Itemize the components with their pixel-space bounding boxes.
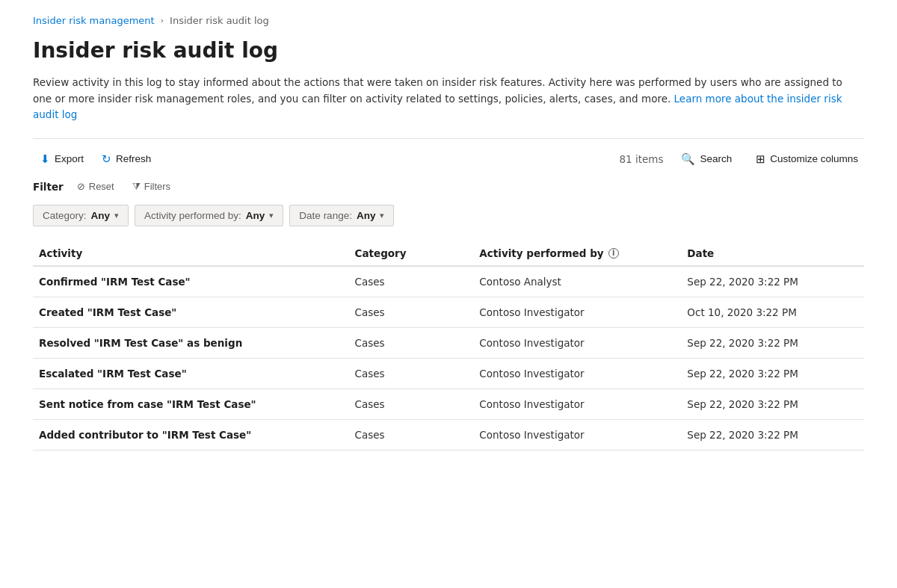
audit-log-table: Activity Category Activity performed by … xyxy=(33,241,864,451)
category-dropdown[interactable]: Category: Any ▾ xyxy=(33,205,129,226)
items-count: 81 items xyxy=(619,153,663,165)
toolbar-left: ⬇ Export ↻ Refresh xyxy=(33,148,158,170)
search-icon: 🔍 xyxy=(681,152,695,166)
th-performer: Activity performed by i xyxy=(473,241,681,266)
breadcrumb-current: Insider risk audit log xyxy=(170,15,269,26)
cell-performer: Contoso Investigator xyxy=(473,419,681,450)
divider xyxy=(33,138,864,139)
table-header-row: Activity Category Activity performed by … xyxy=(33,241,864,266)
cell-activity: Confirmed "IRM Test Case" xyxy=(33,266,349,297)
page-description: Review activity in this log to stay info… xyxy=(33,75,855,123)
filters-icon: ⧩ xyxy=(132,181,141,193)
toolbar: ⬇ Export ↻ Refresh 81 items 🔍 Search ⊞ C… xyxy=(33,148,864,170)
cell-activity: Sent notice from case "IRM Test Case" xyxy=(33,389,349,419)
cell-activity: Resolved "IRM Test Case" as benign xyxy=(33,327,349,358)
cell-date: Oct 10, 2020 3:22 PM xyxy=(681,297,864,327)
cell-date: Sep 22, 2020 3:22 PM xyxy=(681,266,864,297)
table-row[interactable]: Sent notice from case "IRM Test Case"Cas… xyxy=(33,389,864,419)
daterange-chevron-icon: ▾ xyxy=(380,211,384,220)
export-icon: ⬇ xyxy=(40,152,50,166)
filter-label: Filter xyxy=(33,181,64,193)
toolbar-right: 81 items 🔍 Search ⊞ Customize columns xyxy=(619,148,864,170)
cell-performer: Contoso Investigator xyxy=(473,327,681,358)
filters-button[interactable]: ⧩ Filters xyxy=(128,178,175,196)
page-title: Insider risk audit log xyxy=(33,38,864,63)
daterange-dropdown[interactable]: Date range: Any ▾ xyxy=(289,205,394,226)
table-row[interactable]: Escalated "IRM Test Case"CasesContoso In… xyxy=(33,358,864,389)
performer-info-icon: i xyxy=(608,248,619,259)
table-row[interactable]: Created "IRM Test Case"CasesContoso Inve… xyxy=(33,297,864,327)
cell-category: Cases xyxy=(349,389,474,419)
reset-button[interactable]: ⊘ Reset xyxy=(73,178,119,195)
cell-performer: Contoso Investigator xyxy=(473,389,681,419)
breadcrumb-parent[interactable]: Insider risk management xyxy=(33,15,155,26)
cell-date: Sep 22, 2020 3:22 PM xyxy=(681,389,864,419)
search-button[interactable]: 🔍 Search xyxy=(675,148,738,170)
cell-category: Cases xyxy=(349,419,474,450)
cell-activity: Added contributor to "IRM Test Case" xyxy=(33,419,349,450)
table-row[interactable]: Resolved "IRM Test Case" as benignCasesC… xyxy=(33,327,864,358)
cell-category: Cases xyxy=(349,327,474,358)
cell-performer: Contoso Investigator xyxy=(473,358,681,389)
category-chevron-icon: ▾ xyxy=(114,211,119,220)
filter-dropdowns: Category: Any ▾ Activity performed by: A… xyxy=(33,205,864,226)
th-date: Date xyxy=(681,241,864,266)
cell-category: Cases xyxy=(349,358,474,389)
cell-date: Sep 22, 2020 3:22 PM xyxy=(681,419,864,450)
cell-performer: Contoso Analyst xyxy=(473,266,681,297)
customize-columns-button[interactable]: ⊞ Customize columns xyxy=(750,148,864,170)
breadcrumb-chevron: › xyxy=(161,16,164,25)
table-row[interactable]: Added contributor to "IRM Test Case"Case… xyxy=(33,419,864,450)
reset-icon: ⊘ xyxy=(77,181,85,192)
export-button[interactable]: ⬇ Export xyxy=(33,148,91,170)
performer-chevron-icon: ▾ xyxy=(269,211,274,220)
columns-icon: ⊞ xyxy=(756,152,765,166)
performer-dropdown[interactable]: Activity performed by: Any ▾ xyxy=(135,205,283,226)
table-row[interactable]: Confirmed "IRM Test Case"CasesContoso An… xyxy=(33,266,864,297)
cell-category: Cases xyxy=(349,297,474,327)
filter-bar: Filter ⊘ Reset ⧩ Filters xyxy=(33,178,864,196)
refresh-button[interactable]: ↻ Refresh xyxy=(94,148,158,170)
breadcrumb: Insider risk management › Insider risk a… xyxy=(33,15,864,26)
cell-activity: Created "IRM Test Case" xyxy=(33,297,349,327)
cell-date: Sep 22, 2020 3:22 PM xyxy=(681,327,864,358)
cell-performer: Contoso Investigator xyxy=(473,297,681,327)
th-activity: Activity xyxy=(33,241,349,266)
refresh-icon: ↻ xyxy=(102,152,111,166)
th-category: Category xyxy=(349,241,474,266)
cell-activity: Escalated "IRM Test Case" xyxy=(33,358,349,389)
cell-date: Sep 22, 2020 3:22 PM xyxy=(681,358,864,389)
cell-category: Cases xyxy=(349,266,474,297)
